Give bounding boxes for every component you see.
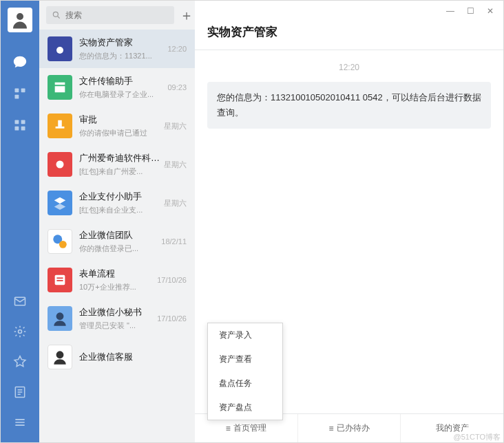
- settings-icon[interactable]: [12, 324, 28, 339]
- conversation-avatar: [48, 191, 72, 215]
- conversation-preview: 你的请假申请已通过: [79, 128, 160, 138]
- search-input[interactable]: [46, 6, 174, 24]
- svg-rect-4: [15, 120, 19, 125]
- watermark: @51CTO博客: [454, 432, 501, 442]
- conversation-item[interactable]: 广州爱奇迪软件科技有...[红包]来自广州爱...星期六: [39, 145, 195, 184]
- conversation-preview: 10万+企业推荐...: [79, 282, 153, 292]
- conversation-item[interactable]: 企业微信团队你的微信登录已...18/2/11: [39, 222, 195, 261]
- contacts-tab-icon[interactable]: [12, 86, 28, 101]
- conversation-body: 文件传输助手你在电脑登录了企业...: [79, 75, 163, 100]
- conversation-list: 实物资产管家您的信息为：11321...12:20文件传输助手你在电脑登录了企业…: [39, 30, 195, 442]
- maximize-button[interactable]: ☐: [467, 6, 474, 16]
- conversation-preview: [红包]来自广州爱...: [79, 166, 160, 177]
- menu-icon[interactable]: [12, 415, 28, 430]
- new-chat-button[interactable]: ＋: [180, 8, 193, 23]
- conversation-avatar: [48, 75, 72, 100]
- message-bubble: 您的信息为：113210010502010411 0542，可以结合后台进行数据…: [207, 82, 491, 129]
- conversation-time: 星期六: [164, 160, 187, 170]
- svg-point-18: [59, 241, 67, 248]
- conversation-item[interactable]: 企业微信客服: [39, 338, 195, 376]
- conversation-title: 企业微信小秘书: [79, 306, 153, 318]
- conversation-body: 实物资产管家您的信息为：11321...: [79, 36, 163, 61]
- tab-todo[interactable]: ≡已办待办: [298, 414, 401, 442]
- conversation-avatar: [48, 345, 72, 369]
- conversation-title: 文件传输助手: [79, 75, 163, 87]
- close-button[interactable]: ✕: [487, 6, 494, 16]
- svg-rect-15: [56, 127, 65, 129]
- conversation-title: 广州爱奇迪软件科技有...: [79, 152, 160, 164]
- svg-rect-14: [58, 120, 62, 127]
- conversation-time: 12:20: [167, 45, 187, 53]
- conversation-body: 企业支付小助手[红包]来自企业支...: [79, 191, 160, 215]
- conversation-avatar: [48, 152, 72, 177]
- conversation-item[interactable]: 企业支付小助手[红包]来自企业支...星期六: [39, 184, 195, 222]
- conversation-body: 审批你的请假申请已通过: [79, 114, 160, 138]
- search-icon: [52, 10, 61, 20]
- conversation-time: 星期六: [164, 198, 187, 208]
- mail-icon[interactable]: [12, 294, 28, 309]
- conversation-title: 实物资产管家: [79, 36, 163, 49]
- apps-tab-icon[interactable]: [12, 118, 28, 133]
- svg-point-9: [19, 330, 22, 334]
- star-icon[interactable]: [12, 354, 28, 369]
- conversation-preview: 你在电脑登录了企业...: [79, 89, 163, 100]
- conversation-title: 企业支付小助手: [79, 191, 160, 203]
- svg-point-16: [56, 161, 64, 169]
- conversation-list-pane: ＋ 实物资产管家您的信息为：11321...12:20文件传输助手你在电脑登录了…: [39, 1, 195, 442]
- user-avatar-icon: [10, 10, 30, 30]
- search-row: ＋: [39, 1, 195, 30]
- rail-bottom-items: [12, 294, 28, 435]
- conversation-title: 企业微信团队: [79, 229, 157, 241]
- chat-title: 实物资产管家: [207, 24, 491, 40]
- conversation-body: 企业微信团队你的微信登录已...: [79, 229, 157, 254]
- svg-point-23: [56, 351, 64, 358]
- svg-rect-21: [56, 280, 63, 281]
- svg-rect-3: [15, 95, 19, 99]
- context-menu: 资产录入 资产查看 盘点任务 资产盘点: [207, 323, 283, 420]
- conversation-body: 表单流程10万+企业推荐...: [79, 268, 153, 292]
- conversation-preview: 管理员已安装 "...: [79, 321, 153, 331]
- chat-tab-icon[interactable]: [12, 54, 28, 69]
- window-controls: — ☐ ✕: [195, 1, 503, 21]
- conversation-body: 企业微信小秘书管理员已安装 "...: [79, 306, 153, 331]
- conversation-time: 17/10/26: [157, 314, 187, 323]
- svg-point-22: [56, 312, 64, 320]
- conversation-time: 17/10/26: [157, 276, 187, 284]
- menu-asset-view[interactable]: 资产查看: [208, 347, 282, 371]
- svg-point-11: [53, 12, 58, 17]
- svg-rect-20: [56, 277, 63, 279]
- conversation-item[interactable]: 表单流程10万+企业推荐...17/10/26: [39, 261, 195, 299]
- conversation-title: 表单流程: [79, 268, 153, 280]
- message-timestamp: 12:20: [207, 63, 491, 72]
- rail-top-items: [12, 54, 28, 133]
- conversation-preview: 你的微信登录已...: [79, 244, 157, 254]
- avatar[interactable]: [8, 8, 32, 32]
- conversation-avatar: [48, 114, 72, 138]
- doc-icon[interactable]: [12, 385, 28, 400]
- conversation-avatar: [48, 306, 72, 331]
- svg-rect-5: [21, 120, 25, 125]
- conversation-item[interactable]: 审批你的请假申请已通过星期六: [39, 107, 195, 145]
- minimize-button[interactable]: —: [446, 6, 454, 16]
- svg-rect-2: [21, 89, 25, 93]
- conversation-avatar: [48, 268, 72, 292]
- conversation-preview: [红包]来自企业支...: [79, 205, 160, 215]
- nav-rail: [1, 1, 39, 442]
- chat-header: 实物资产管家: [195, 21, 503, 50]
- conversation-time: 星期六: [164, 121, 187, 131]
- conversation-item[interactable]: 企业微信小秘书管理员已安装 "...17/10/26: [39, 299, 195, 338]
- svg-point-13: [56, 47, 63, 54]
- menu-asset-entry[interactable]: 资产录入: [208, 323, 282, 347]
- conversation-avatar: [48, 229, 72, 254]
- svg-rect-6: [15, 127, 19, 131]
- svg-point-0: [17, 13, 23, 20]
- svg-rect-7: [21, 127, 25, 131]
- conversation-title: 审批: [79, 114, 160, 126]
- conversation-title: 企业微信客服: [79, 351, 187, 363]
- svg-rect-1: [15, 89, 19, 93]
- conversation-item[interactable]: 实物资产管家您的信息为：11321...12:20: [39, 30, 195, 68]
- conversation-time: 18/2/11: [161, 237, 187, 246]
- conversation-item[interactable]: 文件传输助手你在电脑登录了企业...09:23: [39, 68, 195, 107]
- menu-inventory-task[interactable]: 盘点任务: [208, 371, 282, 396]
- menu-asset-inventory[interactable]: 资产盘点: [208, 396, 282, 420]
